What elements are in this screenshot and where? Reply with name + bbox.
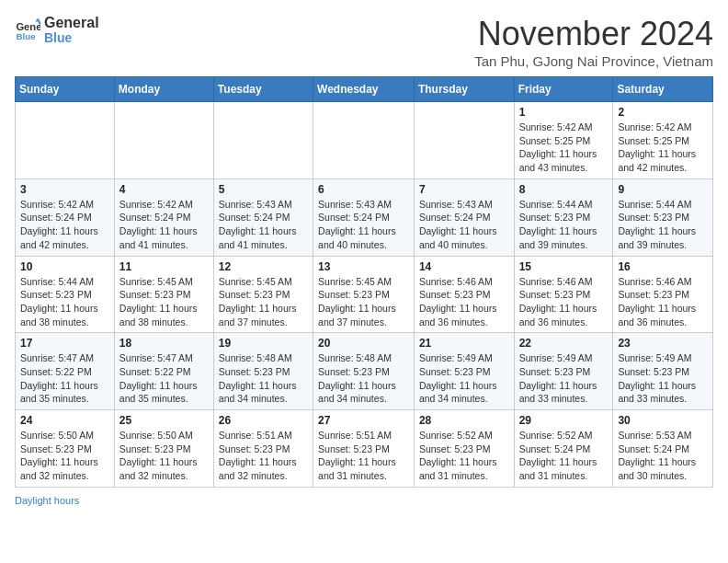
calendar-cell: [213, 102, 313, 179]
day-number: 18: [119, 337, 209, 350]
day-info: Sunrise: 5:49 AM Sunset: 5:23 PM Dayligh…: [519, 351, 609, 406]
day-info: Sunrise: 5:44 AM Sunset: 5:23 PM Dayligh…: [618, 198, 708, 252]
day-info: Sunrise: 5:51 AM Sunset: 5:23 PM Dayligh…: [219, 429, 308, 483]
day-info: Sunrise: 5:52 AM Sunset: 5:23 PM Dayligh…: [419, 429, 509, 483]
day-info: Sunrise: 5:49 AM Sunset: 5:23 PM Dayligh…: [419, 351, 509, 406]
day-number: 6: [318, 183, 409, 196]
day-header-friday: Friday: [514, 77, 613, 102]
day-info: Sunrise: 5:46 AM Sunset: 5:23 PM Dayligh…: [618, 275, 708, 329]
day-number: 8: [519, 183, 609, 196]
calendar-cell: 28Sunrise: 5:52 AM Sunset: 5:23 PM Dayli…: [414, 410, 514, 488]
day-info: Sunrise: 5:42 AM Sunset: 5:24 PM Dayligh…: [20, 198, 109, 252]
day-number: 19: [219, 337, 308, 350]
day-info: Sunrise: 5:43 AM Sunset: 5:24 PM Dayligh…: [219, 198, 308, 252]
day-info: Sunrise: 5:50 AM Sunset: 5:23 PM Dayligh…: [20, 429, 109, 483]
calendar-cell: 15Sunrise: 5:46 AM Sunset: 5:23 PM Dayli…: [514, 256, 613, 333]
calendar-cell: 29Sunrise: 5:52 AM Sunset: 5:24 PM Dayli…: [514, 410, 613, 488]
day-number: 5: [219, 183, 308, 196]
calendar-week-4: 17Sunrise: 5:47 AM Sunset: 5:22 PM Dayli…: [16, 333, 713, 410]
svg-marker-2: [35, 18, 40, 22]
day-number: 30: [618, 414, 708, 427]
calendar-cell: 21Sunrise: 5:49 AM Sunset: 5:23 PM Dayli…: [414, 333, 514, 410]
day-number: 11: [119, 260, 209, 273]
header: General Blue General Blue November 2024 …: [15, 15, 713, 69]
calendar-cell: 27Sunrise: 5:51 AM Sunset: 5:23 PM Dayli…: [313, 410, 415, 488]
logo-icon: General Blue: [15, 17, 40, 42]
logo: General Blue General Blue: [15, 15, 99, 45]
calendar-cell: 22Sunrise: 5:49 AM Sunset: 5:23 PM Dayli…: [514, 333, 613, 410]
logo-blue: Blue: [44, 31, 99, 45]
calendar-week-5: 24Sunrise: 5:50 AM Sunset: 5:23 PM Dayli…: [16, 410, 713, 488]
day-header-sunday: Sunday: [16, 77, 115, 102]
day-info: Sunrise: 5:43 AM Sunset: 5:24 PM Dayligh…: [318, 198, 409, 252]
calendar-cell: 30Sunrise: 5:53 AM Sunset: 5:24 PM Dayli…: [613, 410, 713, 488]
day-info: Sunrise: 5:48 AM Sunset: 5:23 PM Dayligh…: [219, 351, 308, 406]
month-title: November 2024: [474, 15, 713, 53]
day-info: Sunrise: 5:44 AM Sunset: 5:23 PM Dayligh…: [20, 275, 109, 329]
day-number: 9: [618, 183, 708, 196]
calendar-cell: 10Sunrise: 5:44 AM Sunset: 5:23 PM Dayli…: [16, 256, 115, 333]
day-info: Sunrise: 5:47 AM Sunset: 5:22 PM Dayligh…: [20, 351, 109, 406]
calendar-cell: 7Sunrise: 5:43 AM Sunset: 5:24 PM Daylig…: [414, 178, 514, 256]
day-header-thursday: Thursday: [414, 77, 514, 102]
calendar-cell: 2Sunrise: 5:42 AM Sunset: 5:25 PM Daylig…: [613, 102, 713, 179]
day-number: 1: [519, 106, 609, 119]
day-header-saturday: Saturday: [613, 77, 713, 102]
calendar-cell: [414, 102, 514, 179]
day-info: Sunrise: 5:43 AM Sunset: 5:24 PM Dayligh…: [419, 198, 509, 252]
calendar-cell: 14Sunrise: 5:46 AM Sunset: 5:23 PM Dayli…: [414, 256, 514, 333]
day-number: 28: [419, 414, 509, 427]
day-number: 20: [318, 337, 409, 350]
calendar-cell: 12Sunrise: 5:45 AM Sunset: 5:23 PM Dayli…: [213, 256, 313, 333]
calendar-cell: 17Sunrise: 5:47 AM Sunset: 5:22 PM Dayli…: [16, 333, 115, 410]
day-header-monday: Monday: [114, 77, 213, 102]
day-number: 7: [419, 183, 509, 196]
day-number: 2: [618, 106, 708, 119]
day-info: Sunrise: 5:53 AM Sunset: 5:24 PM Dayligh…: [618, 429, 708, 483]
day-info: Sunrise: 5:42 AM Sunset: 5:25 PM Dayligh…: [618, 121, 708, 175]
day-number: 16: [618, 260, 708, 273]
calendar-cell: 23Sunrise: 5:49 AM Sunset: 5:23 PM Dayli…: [613, 333, 713, 410]
day-number: 27: [318, 414, 409, 427]
day-number: 24: [20, 414, 109, 427]
day-info: Sunrise: 5:48 AM Sunset: 5:23 PM Dayligh…: [318, 351, 409, 406]
day-info: Sunrise: 5:42 AM Sunset: 5:24 PM Dayligh…: [119, 198, 209, 252]
calendar-cell: 3Sunrise: 5:42 AM Sunset: 5:24 PM Daylig…: [16, 178, 115, 256]
calendar-cell: 19Sunrise: 5:48 AM Sunset: 5:23 PM Dayli…: [213, 333, 313, 410]
day-number: 4: [119, 183, 209, 196]
day-info: Sunrise: 5:49 AM Sunset: 5:23 PM Dayligh…: [618, 351, 708, 406]
day-info: Sunrise: 5:44 AM Sunset: 5:23 PM Dayligh…: [519, 198, 609, 252]
calendar-week-3: 10Sunrise: 5:44 AM Sunset: 5:23 PM Dayli…: [16, 256, 713, 333]
calendar-cell: 8Sunrise: 5:44 AM Sunset: 5:23 PM Daylig…: [514, 178, 613, 256]
calendar-cell: 1Sunrise: 5:42 AM Sunset: 5:25 PM Daylig…: [514, 102, 613, 179]
calendar-cell: [313, 102, 415, 179]
calendar-cell: 13Sunrise: 5:45 AM Sunset: 5:23 PM Dayli…: [313, 256, 415, 333]
calendar-cell: 26Sunrise: 5:51 AM Sunset: 5:23 PM Dayli…: [213, 410, 313, 488]
calendar-cell: 5Sunrise: 5:43 AM Sunset: 5:24 PM Daylig…: [213, 178, 313, 256]
day-header-wednesday: Wednesday: [313, 77, 415, 102]
calendar-cell: 4Sunrise: 5:42 AM Sunset: 5:24 PM Daylig…: [114, 178, 213, 256]
calendar-cell: 16Sunrise: 5:46 AM Sunset: 5:23 PM Dayli…: [613, 256, 713, 333]
calendar-cell: 18Sunrise: 5:47 AM Sunset: 5:22 PM Dayli…: [114, 333, 213, 410]
day-number: 3: [20, 183, 109, 196]
day-info: Sunrise: 5:42 AM Sunset: 5:25 PM Dayligh…: [519, 121, 609, 175]
calendar-week-1: 1Sunrise: 5:42 AM Sunset: 5:25 PM Daylig…: [16, 102, 713, 179]
day-info: Sunrise: 5:45 AM Sunset: 5:23 PM Dayligh…: [119, 275, 209, 329]
day-info: Sunrise: 5:45 AM Sunset: 5:23 PM Dayligh…: [219, 275, 308, 329]
day-number: 12: [219, 260, 308, 273]
calendar-cell: 24Sunrise: 5:50 AM Sunset: 5:23 PM Dayli…: [16, 410, 115, 488]
day-info: Sunrise: 5:46 AM Sunset: 5:23 PM Dayligh…: [419, 275, 509, 329]
day-info: Sunrise: 5:45 AM Sunset: 5:23 PM Dayligh…: [318, 275, 409, 329]
calendar-cell: 20Sunrise: 5:48 AM Sunset: 5:23 PM Dayli…: [313, 333, 415, 410]
calendar-cell: 25Sunrise: 5:50 AM Sunset: 5:23 PM Dayli…: [114, 410, 213, 488]
day-info: Sunrise: 5:46 AM Sunset: 5:23 PM Dayligh…: [519, 275, 609, 329]
day-number: 10: [20, 260, 109, 273]
day-number: 22: [519, 337, 609, 350]
day-info: Sunrise: 5:51 AM Sunset: 5:23 PM Dayligh…: [318, 429, 409, 483]
day-number: 14: [419, 260, 509, 273]
calendar-cell: 6Sunrise: 5:43 AM Sunset: 5:24 PM Daylig…: [313, 178, 415, 256]
day-number: 13: [318, 260, 409, 273]
day-info: Sunrise: 5:52 AM Sunset: 5:24 PM Dayligh…: [519, 429, 609, 483]
title-area: November 2024 Tan Phu, GJong Nai Provinc…: [474, 15, 713, 69]
footer-note: Daylight hours: [15, 495, 713, 506]
